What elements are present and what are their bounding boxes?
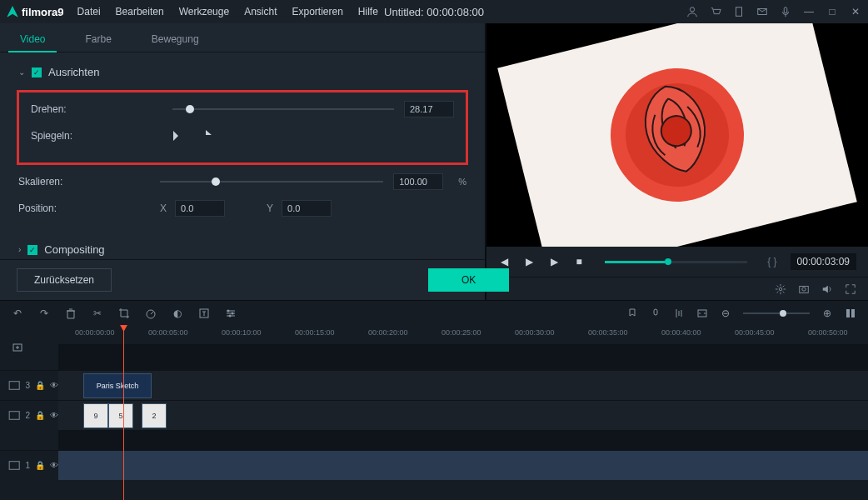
track-1[interactable] xyxy=(58,450,868,480)
svg-rect-17 xyxy=(846,309,850,318)
ok-button[interactable]: OK xyxy=(428,268,509,292)
section-ausrichten[interactable]: ⌄ ✓ Ausrichten xyxy=(18,66,466,78)
svg-point-7 xyxy=(779,288,782,291)
chevron-right-icon: › xyxy=(18,245,21,254)
tab-bewegung[interactable]: Bewegung xyxy=(148,27,202,52)
undo-icon[interactable]: ↶ xyxy=(12,308,23,319)
settings-gear-icon[interactable] xyxy=(775,283,786,295)
preview-bottom-bar xyxy=(486,277,868,300)
progress-thumb[interactable] xyxy=(665,258,671,265)
skalieren-label: Skalieren: xyxy=(18,176,160,188)
clipboard-icon[interactable] xyxy=(733,6,745,18)
stop-icon[interactable]: ■ xyxy=(573,256,585,268)
zoom-thumb[interactable] xyxy=(780,310,786,317)
progress-bar[interactable] xyxy=(605,261,747,263)
compositing-title: Compositing xyxy=(44,243,104,256)
mail-icon[interactable] xyxy=(756,6,768,18)
svg-rect-20 xyxy=(9,382,19,390)
add-track-icon[interactable] xyxy=(12,342,23,353)
zoom-in-icon[interactable]: ⊕ xyxy=(821,308,833,319)
volume-icon[interactable] xyxy=(821,283,833,295)
rose-illustration xyxy=(586,44,768,226)
sliders-icon[interactable] xyxy=(225,308,237,319)
menu-werkzeuge[interactable]: Werkzeuge xyxy=(179,6,229,18)
cut-icon[interactable]: ✂ xyxy=(92,308,103,319)
eye-icon[interactable]: 👁 xyxy=(50,461,58,470)
menu-ansicht[interactable]: Ansicht xyxy=(244,6,277,18)
fullscreen-icon[interactable] xyxy=(845,283,856,295)
playhead[interactable] xyxy=(123,325,124,500)
x-input[interactable] xyxy=(175,200,225,217)
track-label-2: 2🔒👁 xyxy=(0,400,58,430)
tab-video[interactable]: Video xyxy=(17,27,48,52)
text-icon[interactable] xyxy=(198,308,210,319)
svg-rect-22 xyxy=(9,462,19,470)
skalieren-slider-thumb[interactable] xyxy=(212,178,220,186)
menu-exportieren[interactable]: Exportieren xyxy=(292,6,342,18)
flip-horizontal-icon[interactable] xyxy=(172,129,187,142)
lock-icon[interactable]: 🔒 xyxy=(35,411,45,420)
next-frame-icon[interactable]: ▶ xyxy=(548,256,560,268)
delete-icon[interactable] xyxy=(65,308,77,319)
spiegeln-label: Spiegeln: xyxy=(31,130,172,142)
close-icon[interactable]: ✕ xyxy=(850,6,861,18)
track-2[interactable]: 9 5 2 xyxy=(58,400,868,430)
clip-countdown-2[interactable]: 2 xyxy=(142,403,167,428)
prev-frame-icon[interactable]: ◀ xyxy=(498,256,510,268)
zoom-slider[interactable] xyxy=(743,312,810,314)
timeline-ruler[interactable]: 00:00:00:0000:00:05:0000:00:10:0000:00:1… xyxy=(58,325,868,345)
titlebar: filmora9 Datei Bearbeiten Werkzeuge Ansi… xyxy=(0,0,868,23)
crop-icon[interactable] xyxy=(118,308,130,319)
audio-mixer-icon[interactable] xyxy=(673,308,685,319)
speed-icon[interactable] xyxy=(145,308,157,319)
fit-icon[interactable] xyxy=(696,308,708,319)
menu-hilfe[interactable]: Hilfe xyxy=(358,6,378,18)
minimize-icon[interactable]: — xyxy=(803,6,815,18)
lock-icon[interactable]: 🔒 xyxy=(35,461,45,470)
y-label: Y xyxy=(267,202,273,214)
reset-button[interactable]: Zurücksetzen xyxy=(17,268,112,292)
redo-icon[interactable]: ↷ xyxy=(38,308,50,319)
track-3[interactable]: Paris Sketch xyxy=(58,370,868,400)
drehen-input[interactable] xyxy=(404,101,454,118)
y-input[interactable] xyxy=(282,200,332,217)
user-icon[interactable] xyxy=(686,6,698,18)
player-timecode: 00:00:03:09 xyxy=(791,253,856,270)
video-preview[interactable] xyxy=(486,23,868,247)
skalieren-input[interactable] xyxy=(393,173,443,190)
compositing-checkbox[interactable]: ✓ xyxy=(27,245,37,255)
clip-countdown-5[interactable]: 5 xyxy=(108,403,133,428)
maximize-icon[interactable]: □ xyxy=(826,6,838,18)
ausrichten-checkbox[interactable]: ✓ xyxy=(32,68,42,78)
eye-icon[interactable]: 👁 xyxy=(50,381,58,390)
menu-bearbeiten[interactable]: Bearbeiten xyxy=(116,6,164,18)
document-title: Untitled: 00:00:08:00 xyxy=(384,6,484,18)
play-icon[interactable]: ▶ xyxy=(523,256,535,268)
preview-panel: ◀ ▶ ▶ ■ { } 00:00:03:09 xyxy=(485,23,868,300)
svg-rect-15 xyxy=(654,309,657,315)
tab-farbe[interactable]: Farbe xyxy=(82,27,114,52)
flip-vertical-icon[interactable] xyxy=(204,129,219,142)
position-label: Position: xyxy=(18,202,160,214)
drehen-label: Drehen: xyxy=(31,103,172,115)
eye-icon[interactable]: 👁 xyxy=(50,411,58,420)
clip-countdown-9[interactable]: 9 xyxy=(83,403,108,428)
zoom-out-icon[interactable]: ⊖ xyxy=(720,308,731,319)
drehen-slider-thumb[interactable] xyxy=(186,105,194,113)
marker-icon[interactable] xyxy=(626,308,638,319)
record-mic-icon[interactable] xyxy=(650,308,661,319)
section-compositing[interactable]: › ✓ Compositing xyxy=(18,243,466,256)
camera-icon[interactable] xyxy=(798,283,810,295)
skalieren-slider[interactable] xyxy=(160,181,383,182)
drehen-slider[interactable] xyxy=(172,108,394,110)
lock-icon[interactable]: 🔒 xyxy=(35,381,45,390)
timeline-toolbar: ↶ ↷ ✂ ◐ ⊖ ⊕ xyxy=(0,300,868,325)
clip-paris-sketch[interactable]: Paris Sketch xyxy=(83,373,152,398)
highlight-annotation: Drehen: Spiegeln: xyxy=(17,90,468,165)
cart-icon[interactable] xyxy=(710,6,721,18)
skalieren-unit: % xyxy=(458,177,466,187)
menu-datei[interactable]: Datei xyxy=(77,6,101,18)
view-mode-icon[interactable] xyxy=(845,308,856,319)
color-icon[interactable]: ◐ xyxy=(172,308,183,319)
mic-icon[interactable] xyxy=(780,6,791,18)
